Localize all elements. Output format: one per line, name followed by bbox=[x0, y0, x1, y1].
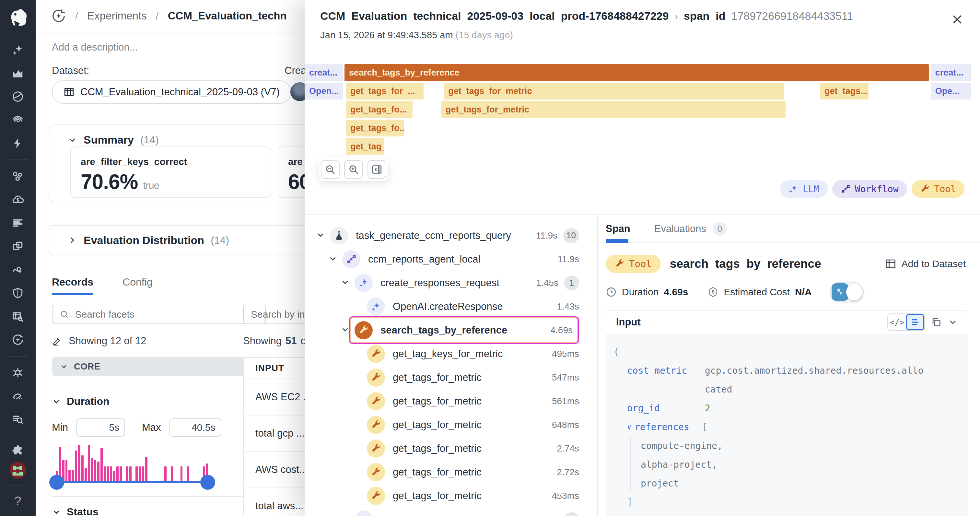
tree-row-get_tags_for_metric[interactable]: get_tags_for_metric2.74s bbox=[305, 436, 597, 460]
chevron-down-icon[interactable] bbox=[340, 277, 351, 288]
sidebar-item-help[interactable]: ? bbox=[0, 491, 36, 511]
sidebar-item-dashboards[interactable] bbox=[0, 85, 36, 108]
facet-duration[interactable]: Duration bbox=[52, 395, 266, 408]
histogram-bar bbox=[75, 451, 77, 482]
add-to-dataset-button[interactable]: Add to Dataset bbox=[885, 258, 966, 270]
sidebar-item-watchdog[interactable] bbox=[0, 108, 36, 132]
facet-search[interactable] bbox=[52, 305, 266, 324]
sidebar-item-metrics[interactable] bbox=[0, 62, 36, 85]
waterfall-span-bar[interactable]: Open... bbox=[305, 83, 343, 99]
collapse-panel-button[interactable] bbox=[368, 160, 386, 179]
waterfall-span-bar[interactable]: get_tags_for_metric bbox=[444, 83, 784, 99]
close-button[interactable] bbox=[949, 11, 966, 28]
histogram-bar bbox=[142, 467, 144, 482]
raw-view-toggle[interactable] bbox=[830, 282, 864, 302]
code-view-button[interactable]: </> bbox=[888, 314, 906, 330]
estimated-cost-value: N/A bbox=[795, 287, 812, 298]
waterfall-span-bar[interactable]: creat... bbox=[931, 64, 971, 81]
waterfall-span-bar[interactable]: creat... bbox=[305, 64, 343, 81]
sidebar-item-flash[interactable] bbox=[0, 132, 36, 155]
waterfall-span-bar[interactable]: get_tags_fo... bbox=[346, 119, 404, 137]
datadog-logo[interactable] bbox=[0, 0, 36, 36]
sidebar-item-logs[interactable] bbox=[0, 211, 36, 235]
span-tree: task_generate_ccm_reports_query11.9s10cc… bbox=[305, 215, 598, 516]
sidebar-item-user-avatar[interactable] bbox=[0, 460, 36, 481]
chevron-down-icon[interactable]: ∨ bbox=[627, 423, 631, 431]
waterfall-span-bar[interactable]: search_tags_by_reference bbox=[345, 64, 929, 81]
indent-guide bbox=[630, 436, 631, 492]
chevron-down-icon[interactable] bbox=[340, 514, 351, 516]
chevron-down-icon[interactable] bbox=[328, 254, 339, 265]
waterfall-span-bar[interactable]: get_tags_for_metric bbox=[441, 101, 786, 118]
sidebar-item-cloud-cost[interactable] bbox=[0, 188, 36, 211]
span-name: create_responses_request bbox=[380, 277, 500, 289]
llm-observability-icon[interactable] bbox=[51, 8, 66, 23]
tree-row-search_tags_by_reference[interactable]: search_tags_by_reference4.69s bbox=[305, 318, 597, 342]
tree-row-create_responses_request[interactable]: create_responses_request5.73s1 bbox=[305, 508, 597, 516]
workflow-icon bbox=[342, 250, 360, 268]
breadcrumb-experiments[interactable]: Experiments bbox=[87, 10, 146, 22]
chevron-down-icon[interactable] bbox=[316, 230, 327, 241]
waterfall-span-bar[interactable]: Ope... bbox=[931, 83, 971, 99]
legend-badge-llm[interactable]: LLM bbox=[780, 180, 828, 198]
tree-row-get_tags_for_metric[interactable]: get_tags_for_metric453ms bbox=[305, 484, 597, 508]
product-sidebar: ? bbox=[0, 0, 36, 516]
input-json-viewer[interactable]: {cost_metricgcp.cost.amortized.shared.re… bbox=[606, 334, 968, 516]
waterfall-span-bar[interactable]: get_tag_k... bbox=[346, 138, 384, 155]
histogram-bar bbox=[135, 467, 138, 482]
slider-handle-min[interactable] bbox=[49, 475, 64, 490]
tree-row-create_responses_request[interactable]: create_responses_request1.45s1 bbox=[305, 271, 597, 295]
sidebar-item-llm-observability[interactable] bbox=[0, 328, 36, 351]
metric-card[interactable]: are_filter_keys_correct 70.6%true bbox=[70, 147, 271, 198]
facet-search-input[interactable] bbox=[75, 309, 258, 320]
pretty-view-button[interactable] bbox=[906, 314, 924, 330]
tree-row-OpenAI.createResponse[interactable]: OpenAI.createResponse1.43s bbox=[305, 295, 597, 318]
legend-badge-workflow[interactable]: Workflow bbox=[832, 180, 907, 198]
tree-row-get_tags_for_metric[interactable]: get_tags_for_metric648ms bbox=[305, 413, 597, 436]
metric-suffix: true bbox=[143, 180, 159, 191]
copy-icon[interactable] bbox=[931, 317, 942, 328]
tab-config[interactable]: Config bbox=[123, 276, 153, 295]
sidebar-item-infrastructure[interactable] bbox=[0, 165, 36, 188]
sidebar-item-ci-pipelines[interactable] bbox=[0, 258, 36, 281]
legend-badge-tool[interactable]: Tool bbox=[912, 180, 964, 198]
watchdog-icon bbox=[12, 114, 24, 126]
sidebar-item-security[interactable] bbox=[0, 281, 36, 305]
tree-row-get_tags_for_metric[interactable]: get_tags_for_metric561ms bbox=[305, 389, 597, 413]
tab-records[interactable]: Records bbox=[52, 276, 93, 295]
tree-row-task_generate_ccm_reports_query[interactable]: task_generate_ccm_reports_query11.9s10 bbox=[305, 224, 597, 247]
chevron-down-icon[interactable] bbox=[948, 317, 958, 327]
sidebar-item-error-tracking[interactable] bbox=[0, 361, 36, 384]
duration-min-input[interactable] bbox=[76, 419, 125, 436]
duration-max-input[interactable] bbox=[170, 419, 221, 436]
tree-row-get_tag_keys_for_metric[interactable]: get_tag_keys_for_metric495ms bbox=[305, 342, 597, 366]
zoom-in-button[interactable] bbox=[344, 160, 363, 179]
sidebar-item-data-query[interactable] bbox=[0, 305, 36, 328]
facet-group-core[interactable]: CORE bbox=[52, 357, 266, 376]
dataset-pill[interactable]: CCM_Evaluation_technical_2025-09-03 (V7) bbox=[52, 80, 291, 104]
description-placeholder[interactable]: Add a description... bbox=[52, 41, 138, 53]
sidebar-item-log-search[interactable] bbox=[0, 408, 36, 431]
sidebar-item-service-catalog[interactable] bbox=[0, 235, 36, 258]
tree-row-get_tags_for_metric[interactable]: get_tags_for_metric2.72s bbox=[305, 460, 597, 484]
sidebar-item-synthetics[interactable] bbox=[0, 384, 36, 408]
zoom-out-button[interactable] bbox=[321, 160, 340, 179]
tree-row-get_tags_for_metric[interactable]: get_tags_for_metric547ms bbox=[305, 366, 597, 389]
clock-icon bbox=[606, 287, 617, 298]
sidebar-item-bits-ai[interactable] bbox=[0, 38, 36, 62]
dataset-label: Dataset: bbox=[52, 65, 89, 76]
facet-status[interactable]: Status bbox=[52, 506, 266, 516]
waterfall-span-bar[interactable]: get_tags_for_... bbox=[346, 83, 423, 99]
tab-evaluations[interactable]: Evaluations 0 bbox=[654, 222, 727, 236]
waterfall-span-bar[interactable]: get_tags_fo... bbox=[346, 101, 412, 118]
slider-handle-max[interactable] bbox=[200, 475, 215, 490]
pencil-icon[interactable] bbox=[52, 336, 63, 347]
duration-range-slider[interactable] bbox=[56, 481, 211, 483]
chevron-down-icon[interactable] bbox=[340, 325, 351, 336]
tabs-divider bbox=[598, 242, 980, 243]
duration-value: 4.69s bbox=[664, 287, 688, 298]
tree-row-ccm_reports_agent_local[interactable]: ccm_reports_agent_local11.9s bbox=[305, 247, 597, 271]
histogram-bar bbox=[88, 445, 90, 482]
waterfall-span-bar[interactable]: get_tags... bbox=[820, 83, 869, 99]
tab-span[interactable]: Span bbox=[606, 223, 630, 235]
